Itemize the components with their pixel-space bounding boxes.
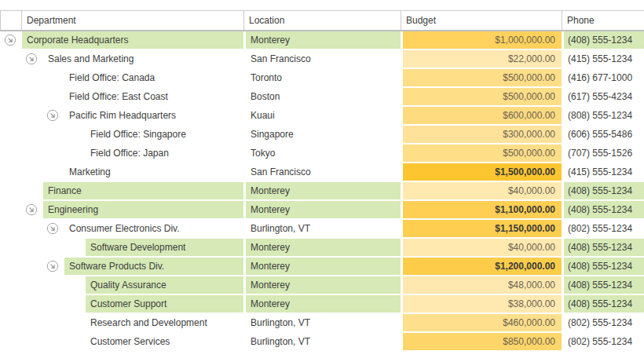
department-cell[interactable]: Field Office: Canada [64,69,243,86]
expander-icon[interactable] [25,53,38,65]
location-cell[interactable]: Toronto [246,69,401,86]
department-cell[interactable]: Consumer Electronics Div. [64,220,243,237]
budget-cell[interactable]: $500,000.00 [403,88,562,105]
tree-row[interactable]: MarketingSan Francisco$1,500,000.00(415)… [0,163,644,181]
department-cell[interactable]: Sales and Marketing [43,50,243,68]
phone-cell[interactable]: (408) 555-1234 [564,276,644,294]
phone-cell[interactable]: (408) 555-1234 [564,201,644,218]
tree-row[interactable]: FinanceMonterey$40,000.00(408) 555-1234 [0,182,644,199]
department-cell[interactable]: Corporate Headquarters [22,31,243,49]
column-header-location[interactable]: Location [244,11,401,30]
budget-cell[interactable]: $850,000.00 [403,333,562,350]
phone-cell[interactable]: (802) 555-1234 [564,333,644,350]
tree-row[interactable]: Sales and MarketingSan Francisco$22,000.… [0,50,644,68]
tree-row[interactable]: Software Products Div.Monterey$1,200,000… [0,258,644,275]
phone-cell[interactable]: (408) 555-1234 [564,295,644,313]
location-cell[interactable]: Monterey [246,239,401,256]
department-cell[interactable]: Pacific Rim Headquarters [64,107,243,124]
budget-cell[interactable]: $38,000.00 [403,295,562,313]
phone-cell[interactable]: (808) 555-1234 [564,107,644,124]
phone-cell[interactable]: (617) 555-4234 [564,88,644,105]
column-header-row: Department Location Budget Phone [0,10,644,31]
department-cell[interactable]: Customer Support [86,295,243,313]
budget-cell[interactable]: $1,100,000.00 [403,201,562,218]
tree-row[interactable]: Field Office: SingaporeSingapore$300,000… [0,126,644,143]
location-cell[interactable]: Monterey [246,295,401,313]
phone-cell[interactable]: (408) 555-1234 [564,239,644,256]
department-cell[interactable]: Field Office: Singapore [86,126,243,143]
tree-row[interactable]: Field Office: East CoastBoston$500,000.0… [0,88,644,105]
location-cell[interactable]: Monterey [246,276,401,294]
column-header-budget[interactable]: Budget [401,11,562,30]
phone-cell[interactable]: (408) 555-1234 [564,31,644,49]
phone-cell[interactable]: (415) 555-1234 [564,163,644,181]
column-header-expander[interactable] [0,11,22,30]
department-cell[interactable]: Field Office: Japan [86,144,243,162]
phone-cell[interactable]: (707) 555-1526 [564,144,644,162]
budget-cell[interactable]: $460,000.00 [403,314,562,331]
tree-row[interactable]: Research and DevelopmentBurlington, VT$4… [0,314,644,331]
phone-cell[interactable]: (802) 555-1234 [564,314,644,331]
tree-row[interactable]: Consumer Electronics Div.Burlington, VT$… [0,220,644,237]
budget-cell[interactable]: $22,000.00 [403,50,562,68]
location-cell[interactable]: Monterey [246,258,401,275]
department-cell[interactable]: Marketing [64,163,243,181]
tree-row[interactable]: EngineeringMonterey$1,100,000.00(408) 55… [0,201,644,218]
location-cell[interactable]: Burlington, VT [246,333,401,350]
phone-cell[interactable]: (606) 555-5486 [564,126,644,143]
budget-cell[interactable]: $48,000.00 [403,276,562,294]
department-cell[interactable]: Finance [43,182,243,199]
tree-row[interactable]: Customer ServicesBurlington, VT$850,000.… [0,333,644,350]
location-cell[interactable]: San Francisco [246,50,401,68]
tree-row[interactable]: Software DevelopmentMonterey$40,000.00(4… [0,239,644,256]
expander-icon[interactable] [46,222,59,235]
tree-row[interactable]: Field Office: CanadaToronto$500,000.00(4… [0,69,644,86]
tree-row[interactable]: Field Office: JapanTokyo$500,000.00(707)… [0,144,644,162]
location-cell[interactable]: Monterey [246,201,401,218]
budget-cell[interactable]: $300,000.00 [403,126,562,143]
budget-cell[interactable]: $40,000.00 [403,239,562,256]
phone-cell[interactable]: (416) 677-1000 [564,69,644,86]
budget-cell[interactable]: $600,000.00 [403,107,562,124]
budget-cell[interactable]: $500,000.00 [403,69,562,86]
department-cell[interactable]: Software Development [86,239,243,256]
column-header-phone[interactable]: Phone [562,11,644,30]
tree-row[interactable]: Pacific Rim HeadquartersKuaui$600,000.00… [0,107,644,124]
column-header-department[interactable]: Department [22,11,244,30]
expander-icon[interactable] [46,260,59,272]
department-cell[interactable]: Software Products Div. [64,258,243,275]
location-cell[interactable]: Burlington, VT [246,314,401,331]
budget-cell[interactable]: $1,200,000.00 [403,258,562,275]
phone-cell[interactable]: (408) 555-1234 [564,182,644,199]
expander-icon[interactable] [46,109,59,122]
location-cell[interactable]: Boston [246,88,401,105]
location-cell[interactable]: San Francisco [246,163,401,181]
location-cell[interactable]: Burlington, VT [246,220,401,237]
budget-cell[interactable]: $1,500,000.00 [403,163,562,181]
location-cell[interactable]: Tokyo [246,144,401,162]
budget-cell[interactable]: $1,000,000.00 [403,31,562,49]
location-cell[interactable]: Kuaui [246,107,401,124]
department-cell[interactable]: Field Office: East Coast [64,88,243,105]
location-cell[interactable]: Monterey [246,182,401,199]
budget-cell[interactable]: $1,150,000.00 [403,220,562,237]
location-cell[interactable]: Singapore [246,126,401,143]
tree-row[interactable]: Corporate HeadquartersMonterey$1,000,000… [0,31,644,49]
budget-cell[interactable]: $40,000.00 [403,182,562,199]
department-cell[interactable]: Engineering [43,201,243,218]
department-cell[interactable]: Customer Services [86,333,243,350]
department-cell[interactable]: Research and Development [86,314,243,331]
phone-cell[interactable]: (415) 555-1234 [564,50,644,68]
phone-cell[interactable]: (802) 555-1234 [564,220,644,237]
department-cell[interactable]: Quality Assurance [86,276,243,294]
budget-cell[interactable]: $500,000.00 [403,144,562,162]
tree-grid: Department Location Budget Phone Corpora… [0,0,644,362]
location-cell[interactable]: Monterey [246,31,401,49]
tree-row[interactable]: Quality AssuranceMonterey$48,000.00(408)… [0,276,644,294]
phone-cell[interactable]: (408) 555-1234 [564,258,644,275]
expander-icon[interactable] [25,203,38,216]
expander-icon[interactable] [4,34,16,46]
tree-row[interactable]: Customer SupportMonterey$38,000.00(408) … [0,295,644,313]
